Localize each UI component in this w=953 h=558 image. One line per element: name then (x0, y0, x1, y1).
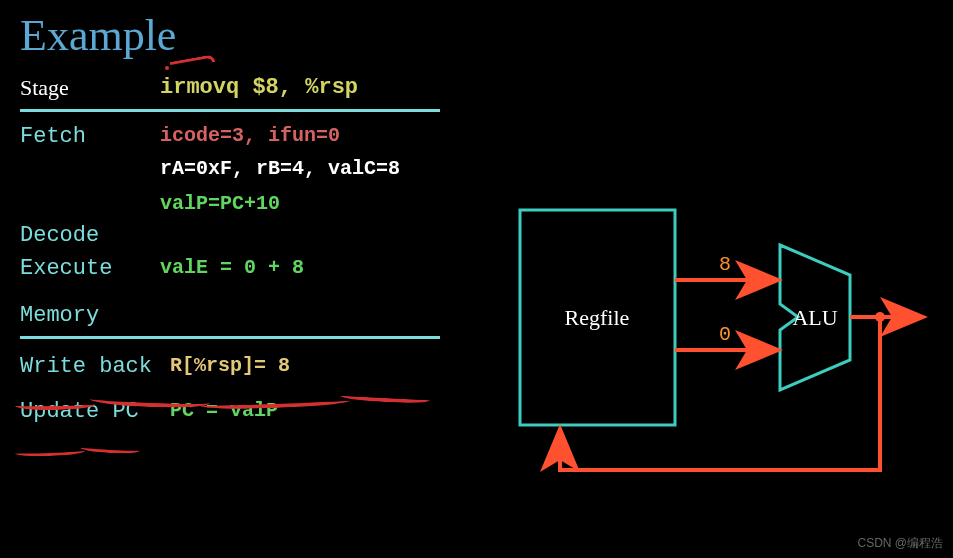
alu-text: ALU (792, 305, 837, 330)
decode-label: Decode (20, 223, 160, 248)
writeback-value: R[%rsp]= 8 (170, 354, 440, 379)
fetch-valp: valP=PC+10 (160, 192, 440, 215)
memory-row: Memory (20, 303, 440, 339)
fetch-label: Fetch (20, 124, 160, 215)
signal-top: 8 (719, 253, 731, 276)
table-header: Stage irmovq $8, %rsp (20, 75, 440, 112)
hand-scribble (170, 54, 216, 70)
header-stage: Stage (20, 75, 160, 101)
fetch-icode: icode=3, ifun=0 (160, 124, 440, 147)
regfile-text: Regfile (565, 305, 630, 330)
junction-dot (875, 312, 885, 322)
decode-row: Decode (20, 223, 440, 248)
datapath-diagram: Regfile ALU 8 0 (480, 190, 940, 510)
diagram-svg: Regfile ALU 8 0 (480, 190, 940, 510)
hand-underline (80, 443, 140, 454)
execute-label: Execute (20, 256, 160, 281)
memory-label: Memory (20, 303, 160, 328)
signal-bottom: 0 (719, 323, 731, 346)
execute-value: valE = 0 + 8 (160, 256, 440, 281)
writeback-label: Write back (20, 354, 170, 379)
execute-row: Execute valE = 0 + 8 (20, 256, 440, 281)
fetch-regs: rA=0xF, rB=4, valC=8 (160, 157, 440, 180)
stage-table: Stage irmovq $8, %rsp Fetch icode=3, ifu… (20, 75, 440, 432)
writeback-row: Write back R[%rsp]= 8 (20, 354, 440, 379)
page-title: Example (20, 10, 176, 61)
watermark: CSDN @编程浩 (857, 535, 943, 552)
hand-underline (15, 447, 85, 457)
fetch-row: Fetch icode=3, ifun=0 rA=0xF, rB=4, valC… (20, 124, 440, 215)
header-instruction: irmovq $8, %rsp (160, 75, 440, 101)
hand-scribble-dot (165, 66, 169, 70)
